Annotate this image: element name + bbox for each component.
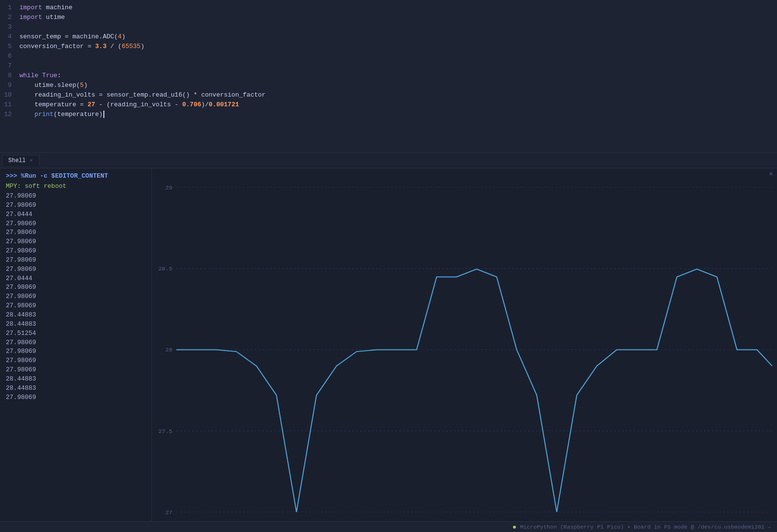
shell-output-line: 27.98069 [6, 283, 146, 292]
shell-output-line: 28.44883 [6, 320, 146, 329]
svg-text:27: 27 [165, 509, 172, 516]
shell-output-line: 27.98069 [6, 237, 146, 247]
shell-output-line: 27.98069 [6, 347, 146, 356]
shell-output-line: 27.0444 [6, 274, 146, 283]
shell-output-line: 27.0444 [6, 210, 146, 219]
code-line-9: 9 utime.sleep(5) [0, 82, 777, 91]
status-bar: MicroPython (Raspberry Pi Pico) • Board … [0, 521, 777, 532]
shell-output-line: 27.98069 [6, 338, 146, 348]
code-line-5: 5 conversion_factor = 3.3 / (65535) [0, 43, 777, 52]
shell-tab-close[interactable]: × [30, 158, 33, 164]
shell-output-line: 27.98069 [6, 219, 146, 229]
shell-tab-label: Shell [8, 157, 26, 164]
shell-output-line: 27.98069 [6, 292, 146, 301]
chart-inner: 29 28.5 28 27.5 27 [152, 178, 777, 521]
shell-output-line: 27.98069 [6, 247, 146, 256]
shell-output-line: 27.98069 [6, 192, 146, 201]
shell-output-line: 27.98069 [6, 356, 146, 366]
code-line-2: 2 import utime [0, 14, 777, 23]
chart-close-button[interactable]: × [769, 170, 773, 178]
shell-output-line: 27.98069 [6, 256, 146, 265]
status-text: MicroPython (Raspberry Pi Pico) • Board … [520, 524, 771, 530]
code-line-12: 12 print(temperature) [0, 111, 777, 120]
shell-output: >>> %Run -c $EDITOR_CONTENT MPY: soft re… [0, 168, 151, 521]
code-line-1: 1 import machine [0, 4, 777, 14]
shell-output-line: 27.51254 [6, 329, 146, 338]
shell-tab-bar: Shell × [0, 153, 777, 168]
svg-text:29: 29 [165, 184, 172, 191]
shell-output-line: 28.44883 [6, 375, 146, 384]
code-line-11: 11 temperature = 27 - (reading_in_volts … [0, 101, 777, 111]
shell-tab[interactable]: Shell × [2, 155, 39, 166]
shell-output-line: 27.98069 [6, 301, 146, 311]
shell-reboot-line: MPY: soft reboot [6, 183, 146, 190]
shell-panel: Shell × >>> %Run -c $EDITOR_CONTENT MPY:… [0, 153, 777, 521]
svg-text:28.5: 28.5 [158, 266, 172, 272]
shell-output-line: 27.98069 [6, 393, 146, 402]
shell-output-line: 27.98069 [6, 265, 146, 274]
code-line-4: 4 sensor_temp = machine.ADC(4) [0, 33, 777, 43]
svg-text:27.5: 27.5 [158, 428, 172, 435]
shell-output-line: 28.44883 [6, 384, 146, 393]
code-line-3: 3 [0, 23, 777, 33]
code-editor: 1 import machine 2 import utime 3 4 sens… [0, 0, 777, 153]
chart-area: × 29 28.5 28 27.5 [151, 168, 777, 521]
code-line-8: 8 while True: [0, 72, 777, 82]
shell-output-line: 27.98069 [6, 228, 146, 237]
shell-output-line: 28.44883 [6, 311, 146, 320]
code-line-6: 6 [0, 52, 777, 62]
shell-output-line: 27.98069 [6, 201, 146, 210]
temperature-chart: 29 28.5 28 27.5 27 [152, 178, 777, 521]
status-dot [513, 526, 516, 529]
svg-text:28: 28 [165, 347, 172, 354]
shell-output-line: 27.98069 [6, 366, 146, 375]
shell-prompt: >>> %Run -c $EDITOR_CONTENT [6, 172, 146, 180]
code-line-7: 7 [0, 62, 777, 72]
code-line-10: 10 reading_in_volts = sensor_temp.read_u… [0, 91, 777, 101]
temperature-line [176, 269, 772, 512]
shell-content-area: >>> %Run -c $EDITOR_CONTENT MPY: soft re… [0, 168, 777, 521]
